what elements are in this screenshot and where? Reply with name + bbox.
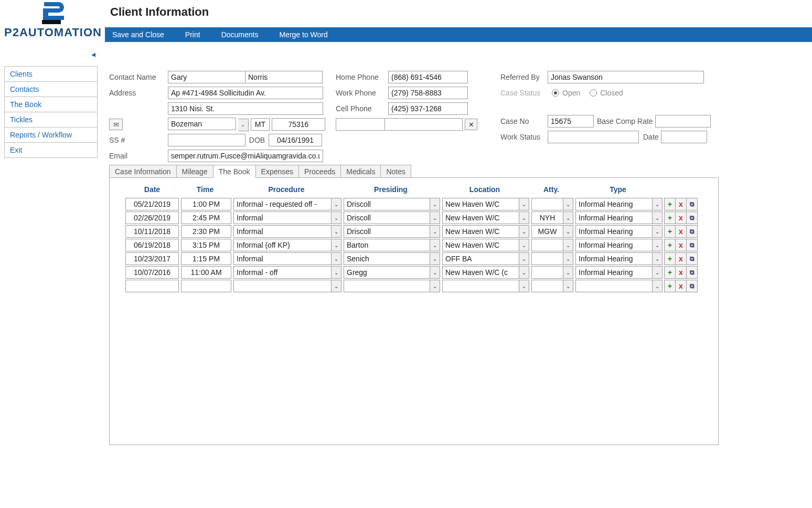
dropdown-icon[interactable]: ⌄ [652,280,663,292]
grid-cell[interactable]: Informal Hearing [575,266,652,279]
copy-row-button[interactable]: ⧉ [686,225,698,238]
grid-cell[interactable]: Informal Hearing [575,198,652,210]
grid-cell[interactable]: Informal [233,252,331,265]
dropdown-icon[interactable]: ⌄ [652,225,663,238]
dropdown-icon[interactable]: ⌄ [563,239,573,251]
grid-cell[interactable] [531,266,563,279]
dropdown-icon[interactable]: ⌄ [331,266,341,279]
copy-row-button[interactable]: ⧉ [686,252,698,265]
dropdown-icon[interactable]: ⌄ [563,198,573,210]
grid-cell[interactable]: 10/23/2017 [125,252,179,265]
save-close-button[interactable]: Save and Close [112,30,164,39]
case-no-input[interactable] [548,115,594,128]
dropdown-icon[interactable]: ⌄ [331,225,341,238]
dropdown-icon[interactable]: ⌄ [519,198,529,210]
tab-case-information[interactable]: Case Information [109,165,177,178]
dropdown-icon[interactable]: ⌄ [563,252,573,265]
tab-notes[interactable]: Notes [380,165,411,178]
tab-medicals[interactable]: Medicals [340,165,381,178]
grid-cell[interactable]: Driscoll [344,211,430,224]
grid-cell[interactable] [531,252,563,265]
dropdown-icon[interactable]: ⌄ [331,252,341,265]
cell-phone-input[interactable] [388,102,468,115]
grid-cell[interactable] [181,280,231,292]
delete-row-button[interactable]: x [675,252,687,265]
city-dropdown-icon[interactable]: ⌄ [238,119,249,131]
dropdown-icon[interactable]: ⌄ [430,198,440,210]
grid-cell[interactable]: Driscoll [344,198,430,210]
grid-cell[interactable] [531,239,563,251]
grid-cell[interactable]: 2:30 PM [181,225,231,238]
grid-cell[interactable]: Informal - off [233,266,331,279]
radio-open[interactable]: Open [552,89,580,97]
grid-cell[interactable]: 05/21/2019 [125,198,179,210]
referred-by-input[interactable] [548,71,704,83]
grid-cell[interactable] [531,280,563,292]
last-name-input[interactable] [245,71,323,83]
dropdown-icon[interactable]: ⌄ [652,266,663,279]
dropdown-icon[interactable]: ⌄ [519,266,529,279]
grid-cell[interactable]: 1:15 PM [181,252,231,265]
grid-cell[interactable]: Informal [233,225,331,238]
tab-mileage[interactable]: Mileage [176,165,213,178]
radio-closed[interactable]: Closed [590,89,623,97]
grid-cell[interactable]: 11:00 AM [181,266,231,279]
sidebar-item-exit[interactable]: Exit [4,142,98,158]
grid-cell[interactable] [575,280,652,292]
dropdown-icon[interactable]: ⌄ [563,225,573,238]
grid-cell[interactable]: New Haven W/C [442,239,519,251]
delete-row-button[interactable]: x [675,225,687,238]
grid-cell[interactable]: Informal (off KP) [233,239,331,251]
grid-cell[interactable]: New Haven W/C (c [442,266,519,279]
first-name-input[interactable] [168,71,245,83]
dropdown-icon[interactable]: ⌄ [331,239,341,251]
ssn-input[interactable] [168,134,245,146]
documents-button[interactable]: Documents [221,30,259,39]
work-status-date-input[interactable] [661,131,707,143]
dropdown-icon[interactable]: ⌄ [652,211,663,224]
grid-cell[interactable]: 2:45 PM [181,211,231,224]
dropdown-icon[interactable]: ⌄ [652,198,663,210]
grid-cell[interactable] [442,280,519,292]
dropdown-icon[interactable]: ⌄ [652,252,663,265]
city-input[interactable] [168,118,236,130]
grid-cell[interactable]: Barton [344,239,430,251]
dropdown-icon[interactable]: ⌄ [430,280,440,292]
phone4-input[interactable] [383,118,463,131]
grid-cell[interactable]: 02/26/2019 [125,211,179,224]
dob-input[interactable] [269,134,322,146]
dropdown-icon[interactable]: ⌄ [563,211,573,224]
zip-input[interactable] [272,118,325,131]
grid-cell[interactable] [125,280,179,292]
grid-cell[interactable]: Informal Hearing [575,239,652,251]
sidebar-item-the-book[interactable]: The Book [4,97,98,112]
sidebar-item-clients[interactable]: Clients [4,66,98,82]
grid-cell[interactable]: 3:15 PM [181,239,231,251]
dropdown-icon[interactable]: ⌄ [519,225,529,238]
grid-cell[interactable]: Informal Hearing [575,211,652,224]
dropdown-icon[interactable]: ⌄ [331,211,341,224]
sidebar-item-contacts[interactable]: Contacts [4,81,98,97]
dropdown-icon[interactable]: ⌄ [430,225,440,238]
work-phone-input[interactable] [388,87,468,99]
add-row-button[interactable]: + [664,266,676,279]
grid-cell[interactable]: Driscoll [344,225,430,238]
work-status-input[interactable] [548,131,639,143]
add-row-button[interactable]: + [664,252,676,265]
grid-cell[interactable]: New Haven W/C [442,211,519,224]
grid-cell[interactable] [233,280,331,292]
copy-row-button[interactable]: ⧉ [686,280,698,292]
dropdown-icon[interactable]: ⌄ [331,280,341,292]
dropdown-icon[interactable]: ⌄ [430,211,440,224]
dropdown-icon[interactable]: ⌄ [563,266,573,279]
delete-row-button[interactable]: x [675,198,687,210]
tab-proceeds[interactable]: Proceeds [298,165,341,178]
dropdown-icon[interactable]: ⌄ [430,266,440,279]
grid-cell[interactable]: Gregg [344,266,430,279]
address1-input[interactable] [168,87,323,99]
grid-cell[interactable]: NYH [531,211,563,224]
dropdown-icon[interactable]: ⌄ [519,280,529,292]
merge-word-button[interactable]: Merge to Word [279,30,327,39]
envelope-icon[interactable]: ✉ [109,119,123,130]
dropdown-icon[interactable]: ⌄ [563,280,573,292]
